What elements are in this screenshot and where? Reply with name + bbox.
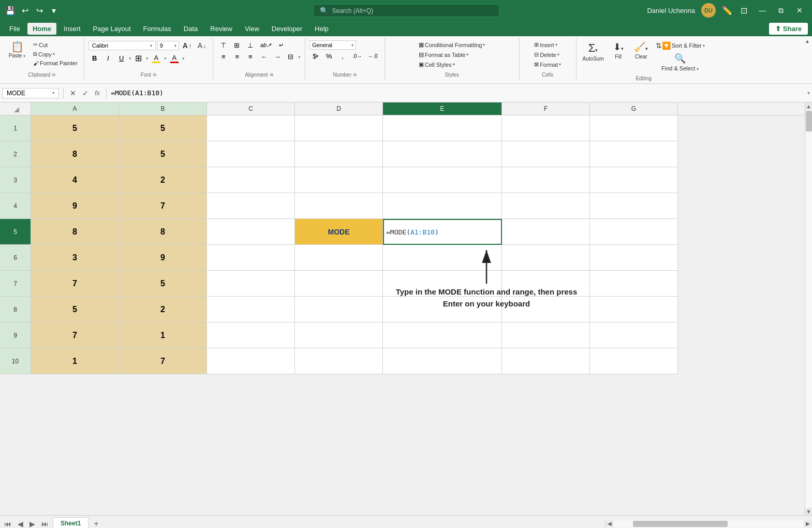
col-header-G[interactable]: G (590, 102, 678, 115)
format-painter-button[interactable]: 🖌 Format Painter (31, 59, 80, 67)
cell-C2[interactable] (207, 141, 295, 167)
row-header-5[interactable]: 5 (0, 219, 31, 245)
decrease-font-button[interactable]: A↓ (196, 40, 209, 51)
col-header-F[interactable]: F (502, 102, 590, 115)
cell-F9[interactable] (502, 322, 590, 348)
font-expand-icon[interactable]: ⧉ (153, 72, 156, 78)
wrap-text-button[interactable]: ↵ (275, 41, 287, 50)
decrease-indent-button[interactable]: ← (258, 52, 270, 62)
cell-B10[interactable]: 7 (119, 348, 207, 374)
cell-E2[interactable] (383, 141, 502, 167)
increase-indent-button[interactable]: → (271, 52, 284, 62)
cell-D8[interactable] (295, 297, 383, 322)
scroll-thumb-vertical[interactable] (806, 111, 812, 131)
cell-F7[interactable] (502, 271, 590, 297)
cell-G7[interactable] (590, 271, 678, 297)
cell-D1[interactable] (295, 115, 383, 141)
row-header-7[interactable]: 7 (0, 271, 31, 297)
cell-D3[interactable] (295, 167, 383, 193)
menu-item-home[interactable]: Home (27, 23, 56, 35)
add-sheet-button[interactable]: + (91, 518, 101, 529)
cell-D7[interactable] (295, 271, 383, 297)
scroll-track-vertical[interactable] (805, 110, 812, 508)
top-align-button[interactable]: ⊤ (217, 40, 230, 50)
close-button[interactable]: ✕ (792, 5, 807, 16)
cell-B7[interactable]: 5 (119, 271, 207, 297)
cell-F8[interactable] (502, 297, 590, 322)
cell-C4[interactable] (207, 193, 295, 219)
cell-A2[interactable]: 8 (31, 141, 119, 167)
customize-icon[interactable]: ▾ (49, 5, 59, 16)
menu-item-page-layout[interactable]: Page Layout (88, 23, 136, 35)
cell-A4[interactable]: 9 (31, 193, 119, 219)
menu-item-data[interactable]: Data (179, 23, 203, 35)
number-format-box[interactable]: General▾ (309, 40, 356, 50)
restore-button[interactable]: ⧉ (774, 5, 788, 16)
row-header-1[interactable]: 1 (0, 115, 31, 141)
scroll-left-button[interactable]: ◀ (606, 521, 614, 526)
comma-button[interactable]: , (336, 51, 349, 61)
fill-color-button[interactable]: A (150, 53, 163, 64)
cell-B1[interactable]: 5 (119, 115, 207, 141)
undo-icon[interactable]: ↩ (20, 5, 30, 16)
percent-button[interactable]: % (323, 51, 335, 61)
cell-G3[interactable] (590, 167, 678, 193)
cell-A10[interactable]: 1 (31, 348, 119, 374)
cell-F4[interactable] (502, 193, 590, 219)
cell-A9[interactable]: 7 (31, 322, 119, 348)
cell-E10[interactable] (383, 348, 502, 374)
menu-item-view[interactable]: View (240, 23, 264, 35)
user-avatar[interactable]: DU (701, 3, 716, 18)
number-expand-icon[interactable]: ⧉ (353, 72, 357, 78)
share-button[interactable]: ⬆ Share (769, 23, 808, 35)
scroll-down-button[interactable]: ▼ (805, 508, 812, 515)
paste-button[interactable]: 📋 Paste ▾ (4, 40, 30, 60)
cell-A6[interactable]: 3 (31, 245, 119, 271)
next-sheet-button[interactable]: ▶ (27, 519, 37, 529)
edit-icon[interactable]: ✏️ (722, 5, 732, 16)
sort-filter-button[interactable]: ⇅🔽 Sort & Filter ▾ (654, 40, 707, 51)
cell-E9[interactable] (383, 322, 502, 348)
row-header-4[interactable]: 4 (0, 193, 31, 219)
cell-B8[interactable]: 2 (119, 297, 207, 322)
cell-D6[interactable] (295, 245, 383, 271)
scroll-thumb-horizontal[interactable] (633, 521, 728, 527)
merge-button[interactable]: ⊟ (285, 52, 297, 62)
formula-input[interactable] (111, 89, 805, 97)
cell-C9[interactable] (207, 322, 295, 348)
decrease-decimal-button[interactable]: ←.0 (365, 52, 380, 60)
copy-button[interactable]: ⧉ Copy ▾ (31, 50, 80, 58)
scroll-right-button[interactable]: ▶ (804, 521, 812, 526)
conditional-formatting-button[interactable]: ▦ Conditional Formatting ▾ (417, 40, 488, 49)
cell-C10[interactable] (207, 348, 295, 374)
cell-F2[interactable] (502, 141, 590, 167)
cell-F10[interactable] (502, 348, 590, 374)
orient-button[interactable]: ab↗ (258, 41, 274, 50)
confirm-formula-button[interactable]: ✓ (80, 88, 91, 98)
cell-D2[interactable] (295, 141, 383, 167)
cell-E7[interactable] (383, 271, 502, 297)
menu-item-review[interactable]: Review (205, 23, 238, 35)
cell-E3[interactable] (383, 167, 502, 193)
row-header-2[interactable]: 2 (0, 141, 31, 167)
cell-F5[interactable] (502, 219, 590, 245)
cell-styles-button[interactable]: ▣ Cell Styles ▾ (417, 60, 457, 69)
bold-button[interactable]: B (88, 53, 101, 63)
delete-button[interactable]: ⊟ Delete ▾ (532, 50, 562, 59)
menu-item-developer[interactable]: Developer (267, 23, 307, 35)
cell-E5[interactable]: =MODE(A1:B10) (383, 219, 502, 245)
cell-E1[interactable] (383, 115, 502, 141)
col-header-B[interactable]: B (119, 102, 207, 115)
row-header-10[interactable]: 10 (0, 348, 31, 374)
insert-button[interactable]: ⊞ Insert ▾ (532, 40, 559, 49)
ribbon-collapse-button[interactable]: ▲ (805, 38, 810, 44)
cell-B4[interactable]: 7 (119, 193, 207, 219)
cell-C7[interactable] (207, 271, 295, 297)
font-color-button[interactable]: A (168, 53, 181, 64)
cell-B5[interactable]: 8 (119, 219, 207, 245)
cell-D9[interactable] (295, 322, 383, 348)
row-header-9[interactable]: 9 (0, 322, 31, 348)
clear-button[interactable]: 🧹▾ Clear (631, 40, 652, 61)
middle-align-button[interactable]: ⊞ (231, 40, 243, 50)
menu-item-formulas[interactable]: Formulas (138, 23, 176, 35)
